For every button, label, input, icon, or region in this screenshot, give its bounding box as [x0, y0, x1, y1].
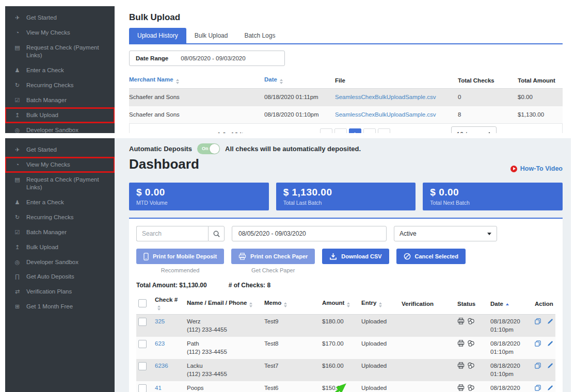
date-range-label: Date Range	[130, 51, 174, 66]
status-filter-select[interactable]: Active	[394, 226, 497, 241]
sidebar-item-enter-a-check[interactable]: ♟ Enter a Check	[5, 195, 115, 210]
sidebar-item-batch-manager[interactable]: ☑ Batch Manager	[5, 225, 115, 240]
sidebar-item-request-a-check[interactable]: ▤ Request a Check (Payment Links)	[5, 172, 115, 195]
copy-icon[interactable]	[535, 362, 541, 369]
next-page-button[interactable]: ›	[363, 128, 376, 133]
how-to-video-link[interactable]: How-To Video	[510, 165, 563, 172]
date-range-filter[interactable]: Date Range 08/05/2020 - 09/03/2020	[129, 51, 285, 66]
file-link[interactable]: SeamlessChexBulkUploadSample.csv	[335, 111, 436, 118]
edit-icon[interactable]	[547, 340, 553, 347]
sidebar-item-label: Developer Sandbox	[26, 258, 78, 266]
sidebar-item-developer-sandbox[interactable]: ◎ Developer Sandbox	[5, 123, 115, 134]
date-cell: 08/18/2020 01:10pm	[264, 106, 335, 124]
row-checkbox[interactable]	[138, 384, 147, 392]
copy-icon[interactable]	[535, 384, 541, 391]
sort-icon[interactable]	[176, 79, 179, 84]
page-1-button[interactable]: 1	[349, 128, 361, 133]
column-header[interactable]: Merchant Name	[129, 72, 264, 89]
copy-icon[interactable]	[535, 318, 541, 325]
sidebar-item-recurring-checks[interactable]: ↻ Recurring Checks	[5, 78, 115, 93]
sidebar-item-get-1-month-free[interactable]: ⊞ Get 1 Month Free	[5, 299, 115, 314]
sort-icon[interactable]	[280, 79, 283, 84]
row-checkbox[interactable]	[138, 340, 147, 348]
sidebar-item-developer-sandbox[interactable]: ◎ Developer Sandbox	[5, 255, 115, 270]
download-csv-button[interactable]: Download CSV	[322, 249, 389, 264]
sidebar-item-label: Enter a Check	[26, 199, 64, 206]
date-range-input[interactable]: 08/05/2020 - 09/03/2020	[232, 226, 387, 241]
check-date: 08/18/2020	[490, 363, 520, 369]
print-mobile-deposit-button[interactable]: Print for Mobile Deposit	[136, 249, 224, 264]
sidebar-item-label: Recurring Checks	[26, 81, 73, 89]
column-header[interactable]: Total Amount	[518, 72, 563, 89]
cancel-selected-button[interactable]: Cancel Selected	[396, 249, 466, 264]
sort-icon[interactable]	[347, 302, 350, 307]
check-time: 01:10pm	[490, 326, 514, 333]
search-button[interactable]	[208, 226, 225, 241]
sort-icon[interactable]	[249, 302, 252, 307]
column-header[interactable]: Amount	[320, 293, 359, 315]
disc-icon: ◎	[13, 126, 21, 134]
tab[interactable]: Batch Logs	[236, 28, 283, 43]
row-checkbox[interactable]	[138, 362, 147, 370]
sidebar-item-enter-a-check[interactable]: ♟ Enter a Check	[5, 63, 115, 78]
edit-icon[interactable]	[547, 318, 553, 325]
printed-status-icon	[457, 340, 465, 347]
auto-deposit-toggle[interactable]: On	[197, 143, 220, 154]
copy-icon[interactable]	[535, 340, 541, 347]
file-link[interactable]: SeamlessChexBulkUploadSample.csv	[335, 94, 436, 100]
edit-icon[interactable]	[547, 384, 553, 391]
sidebar: ✈ Get Started ◔ View My Checks ▤ Request…	[5, 6, 115, 133]
check-number-link[interactable]: 325	[155, 318, 165, 324]
sidebar-item-view-my-checks[interactable]: ◔ View My Checks	[5, 25, 115, 40]
edit-icon[interactable]	[547, 362, 553, 369]
entry-cell: Uploaded	[359, 315, 400, 337]
first-page-button[interactable]: «	[320, 128, 332, 133]
column-header[interactable]: Action	[533, 293, 555, 315]
last-page-button[interactable]: »	[378, 128, 390, 133]
sidebar-item-get-started[interactable]: ✈ Get Started	[5, 142, 115, 157]
sidebar-item-get-started[interactable]: ✈ Get Started	[5, 10, 115, 25]
column-header[interactable]: Check #	[153, 293, 185, 315]
sidebar-item-view-my-checks[interactable]: ◔ View My Checks	[5, 157, 115, 172]
column-header[interactable]: Name / Email / Phone	[185, 293, 262, 315]
column-header[interactable]: Verification	[400, 293, 455, 315]
column-header[interactable]: Memo	[262, 293, 320, 315]
check-number-link[interactable]: 6236	[155, 363, 168, 369]
page-size-select[interactable]: 10 / page	[451, 126, 497, 133]
sidebar-item-recurring-checks[interactable]: ↻ Recurring Checks	[5, 210, 115, 225]
sidebar-item-get-auto-deposits[interactable]: ∏ Get Auto Deposits	[5, 269, 115, 284]
column-header[interactable]: Entry	[359, 293, 400, 315]
column-header[interactable]: Date	[264, 72, 335, 89]
deposit-status-icon	[467, 318, 475, 324]
row-checkbox[interactable]	[138, 318, 147, 326]
sort-icon[interactable]	[379, 302, 382, 307]
deposit-status-icon	[467, 362, 475, 369]
sort-icon[interactable]	[284, 302, 287, 307]
column-header[interactable]: Status	[455, 293, 488, 315]
check-date: 08/18/2020	[490, 318, 520, 324]
prev-page-button[interactable]: ‹	[334, 128, 347, 133]
document-icon: ▤	[13, 176, 21, 183]
table-row: Schaefer and Sons 08/18/2020 01:10pm Sea…	[129, 106, 563, 124]
check-number-link[interactable]: 623	[155, 340, 165, 347]
column-header[interactable]: Total Checks	[458, 72, 518, 89]
column-header[interactable]: Date	[488, 293, 533, 315]
tab[interactable]: Upload History	[129, 28, 186, 43]
sidebar-item-verification-plans[interactable]: ⇄ Verification Plans	[5, 284, 115, 299]
get-check-paper-label: Get Check Paper	[251, 267, 295, 273]
total-amount-cell: $1,130.00	[518, 106, 563, 124]
search-input[interactable]	[136, 226, 208, 241]
sidebar-item-request-a-check[interactable]: ▤ Request a Check (Payment Links)	[5, 40, 115, 63]
sort-icon[interactable]	[157, 305, 161, 311]
sidebar-item-batch-manager[interactable]: ☑ Batch Manager	[5, 93, 115, 108]
print-check-paper-button[interactable]: Print on Check Paper	[231, 249, 315, 264]
sidebar-item-bulk-upload[interactable]: ↥ Bulk Upload	[5, 108, 115, 123]
sort-icon[interactable]	[506, 303, 509, 305]
printed-status-icon	[457, 318, 465, 324]
tab[interactable]: Bulk Upload	[186, 28, 236, 43]
column-header[interactable]: File	[335, 72, 458, 89]
auto-deposit-message: All checks will be automatically deposit…	[225, 145, 361, 153]
select-all-checkbox[interactable]	[138, 299, 147, 307]
check-number-link[interactable]: 41	[155, 385, 162, 391]
sidebar-item-bulk-upload[interactable]: ↥ Bulk Upload	[5, 240, 115, 255]
